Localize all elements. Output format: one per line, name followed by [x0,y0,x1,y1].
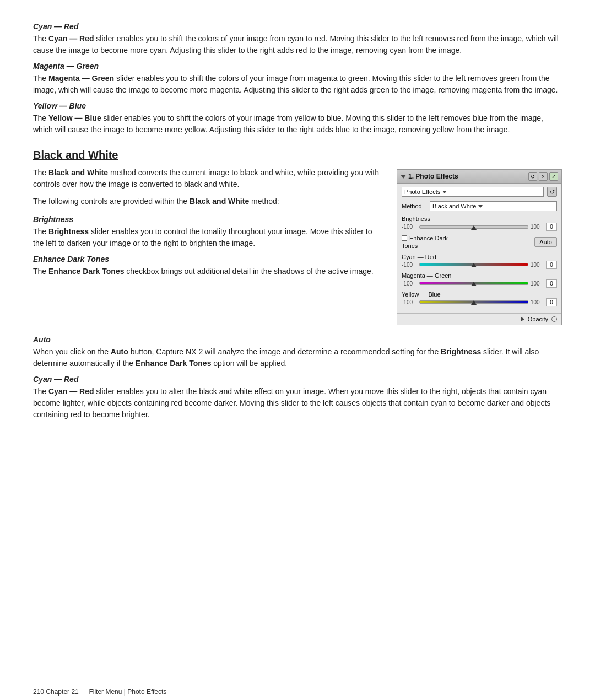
bold-auto: Auto [111,347,128,356]
yellow-blue-slider[interactable] [419,300,528,304]
cyan-red-max: 100 [531,262,544,268]
method-label: Method [402,203,426,209]
sub-enhance-dark-tones: Enhance Dark Tones The Enhance Dark Tone… [33,255,380,277]
method-value: Black and White [432,203,476,209]
bw-intro2-suffix: method: [249,197,279,206]
panel-title-left: 1. Photo Effects [401,173,458,180]
cyan-red-label-row: Cyan — Red [402,254,557,260]
method-row: Method Black and White [402,201,557,211]
section-auto: Auto When you click on the Auto button, … [33,335,562,369]
bold-cyan-red-bottom: Cyan — Red [48,387,94,396]
enhance-left: Enhance Dark Tones [402,234,448,250]
method-dropdown-arrow-icon [478,205,483,208]
cyan-red-bottom-prefix: The [33,387,48,396]
cyan-red-thumb [471,263,477,267]
section-title-black-and-white: Black and White [33,149,562,161]
heading-enhance-dark-tones: Enhance Dark Tones [33,255,380,263]
panel-reset-button[interactable]: ↺ [528,172,537,181]
photo-effects-panel: 1. Photo Effects ↺ × ✓ Photo Effects [397,169,562,325]
yellow-blue-max: 100 [531,299,544,305]
bold-enhance-dark-tones: Enhance Dark Tones [48,267,124,276]
panel-close-button[interactable]: × [539,172,548,181]
brightness-max: 100 [531,224,544,230]
section-magenta-green: Magenta — Green The Magenta — Green slid… [33,62,562,96]
yellow-blue-thumb [471,300,477,305]
heading-auto: Auto [33,335,562,344]
magenta-green-slider[interactable] [419,282,528,285]
panel-body: Photo Effects ↺ Method Black and White [397,184,561,313]
para-cyan-red-top: The Cyan — Red slider enables you to shi… [33,33,562,56]
auto-button[interactable]: Auto [534,237,557,247]
yellow-blue-min: -100 [402,299,417,305]
cyan-red-value[interactable]: 0 [546,261,557,269]
opacity-expand-icon[interactable] [521,317,524,321]
opacity-radio[interactable] [551,316,557,322]
opacity-label: Opacity [528,316,548,322]
bold-bw1: Black and White [48,168,108,177]
bold-magenta-green: Magenta — Green [48,74,114,83]
method-dropdown[interactable]: Black and White [430,201,557,211]
magenta-green-label: Magenta — Green [402,272,452,279]
yellow-blue-slider-section: Yellow — Blue -100 100 0 [402,291,557,306]
yellow-blue-label-row: Yellow — Blue [402,291,557,298]
enhance-checkbox-row: Enhance Dark [402,234,448,242]
cyan-red-slider-section: Cyan — Red -100 100 0 [402,254,557,269]
bold-cyan-red-top: Cyan — Red [48,34,94,43]
panel-footer: Opacity [397,313,561,325]
bw-sub-sections: Brightness The Brightness slider enables… [33,215,380,277]
para-brightness: The Brightness slider enables you to con… [33,226,380,249]
para-yellow-blue: The Yellow — Blue slider enables you to … [33,112,562,136]
collapse-icon[interactable] [401,175,406,179]
yellow-blue-value[interactable]: 0 [546,298,557,306]
magenta-green-thumb [471,282,477,286]
brightness-label: Brightness [402,216,430,222]
heading-cyan-red-bottom: Cyan — Red [33,375,562,384]
photo-effects-dropdown[interactable]: Photo Effects [402,187,544,197]
bold-enhance-auto: Enhance Dark Tones [136,359,211,368]
section-yellow-blue: Yellow — Blue The Yellow — Blue slider e… [33,101,562,136]
enhance-row: Enhance Dark Tones Auto [402,234,557,250]
bold-yellow-blue: Yellow — Blue [48,114,101,122]
section-cyan-red-top: Cyan — Red The Cyan — Red slider enables… [33,22,562,56]
footer-text: 210 Chapter 21 — Filter Menu | Photo Eff… [33,688,166,696]
auto-mid1: button, Capture NX 2 will analyze the im… [128,347,441,356]
after-panel-content: Auto When you click on the Auto button, … [33,335,562,421]
footer-bar: 210 Chapter 21 — Filter Menu | Photo Eff… [0,683,595,700]
para-auto: When you click on the Auto button, Captu… [33,346,562,369]
magenta-green-value[interactable]: 0 [546,279,557,288]
para-cyan-red-bottom: The Cyan — Red slider enables you to alt… [33,386,562,421]
magenta-green-max: 100 [531,281,544,287]
panel-confirm-button[interactable]: ✓ [549,172,558,181]
enhance-checkbox[interactable] [402,235,407,241]
refresh-button[interactable]: ↺ [547,187,557,197]
dropdown-row: Photo Effects ↺ [402,187,557,197]
magenta-green-slider-section: Magenta — Green -100 100 0 [402,272,557,288]
brightness-value[interactable]: 0 [546,223,557,231]
bw-text-left: The Black and White method converts the … [33,167,380,283]
bold-brightness-auto: Brightness [441,347,481,356]
panel-title-buttons: ↺ × ✓ [528,172,558,181]
para-magenta-green: The Magenta — Green slider enables you t… [33,73,562,96]
heading-brightness: Brightness [33,215,380,224]
bold-brightness: Brightness [48,227,89,236]
magenta-green-min: -100 [402,281,417,287]
bw-intro2-prefix: The following controls are provided with… [33,197,190,206]
yellow-blue-label: Yellow — Blue [402,291,441,298]
para-enhance-dark-tones: The Enhance Dark Tones checkbox brings o… [33,266,380,277]
bw-content: The Black and White method converts the … [33,167,562,325]
cyan-red-min: -100 [402,262,417,268]
bold-bw2: Black and White [190,197,249,206]
auto-suffix: option will be applied. [211,359,287,368]
brightness-min: -100 [402,224,417,230]
magenta-green-label-row: Magenta — Green [402,272,557,279]
cyan-red-slider[interactable] [419,263,528,266]
heading-magenta-green: Magenta — Green [33,62,562,71]
photo-effects-panel-container: 1. Photo Effects ↺ × ✓ Photo Effects [397,169,562,325]
panel-title-text: 1. Photo Effects [408,173,458,180]
sub-brightness: Brightness The Brightness slider enables… [33,215,380,249]
heading-yellow-blue: Yellow — Blue [33,101,562,110]
dropdown-value: Photo Effects [404,189,440,195]
brightness-slider[interactable] [419,225,528,229]
enhance-label-line2: Tones [402,243,418,249]
bw-intro1: The Black and White method converts the … [33,167,380,190]
